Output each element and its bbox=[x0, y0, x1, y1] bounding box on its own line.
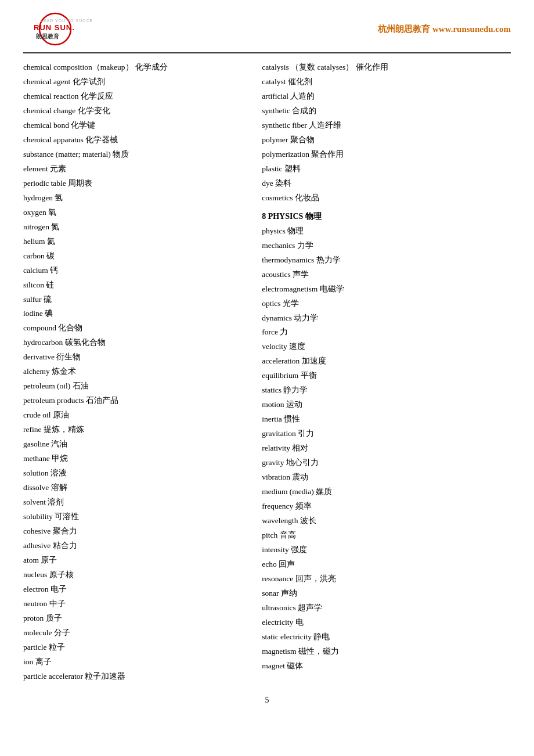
site-url: www.runsunedu.com bbox=[432, 24, 511, 34]
list-item: pitch 音高 bbox=[262, 528, 511, 543]
list-item: optics 光学 bbox=[262, 297, 511, 311]
right-column: catalysis （复数 catalyses） 催化作用catalyst 催化… bbox=[256, 60, 511, 684]
header-right: 杭州朗思教育 www.runsunedu.com bbox=[378, 24, 511, 35]
list-item: wavelength 波长 bbox=[262, 514, 511, 528]
list-item: chemical composition（makeup） 化学成分 bbox=[23, 60, 244, 75]
svg-text:朗思教育: 朗思教育 bbox=[36, 33, 60, 39]
page-number: 5 bbox=[23, 696, 511, 705]
list-item: calcium 钙 bbox=[23, 264, 244, 278]
list-item: ultrasonics 超声学 bbox=[262, 601, 511, 615]
list-item: dye 染料 bbox=[262, 177, 511, 191]
list-item: cosmetics 化妆品 bbox=[262, 191, 511, 206]
list-item: solvent 溶剂 bbox=[23, 495, 244, 510]
list-item: physics 物理 bbox=[262, 224, 511, 239]
list-item: ion 离子 bbox=[23, 655, 244, 669]
list-item: inertia 惯性 bbox=[262, 412, 511, 427]
list-item: refine 提炼，精炼 bbox=[23, 423, 244, 437]
list-item: gravity 地心引力 bbox=[262, 456, 511, 470]
list-item: atom 原子 bbox=[23, 553, 244, 568]
list-item: polymer 聚合物 bbox=[262, 133, 511, 147]
header: LEAD YOU TO SUCCESS RUN SUN. 朗思教育 杭州朗思教育… bbox=[23, 12, 511, 53]
list-item: equilibrium 平衡 bbox=[262, 369, 511, 383]
list-item: gasoline 汽油 bbox=[23, 437, 244, 452]
list-item: magnet 磁体 bbox=[262, 659, 511, 674]
list-item: carbon 碳 bbox=[23, 249, 244, 264]
list-item: mechanics 力学 bbox=[262, 239, 511, 253]
list-item: plastic 塑料 bbox=[262, 162, 511, 177]
list-item: compound 化合物 bbox=[23, 321, 244, 336]
list-item: hydrogen 氢 bbox=[23, 191, 244, 206]
list-item: chemical apparatus 化学器械 bbox=[23, 133, 244, 147]
list-item: silicon 硅 bbox=[23, 278, 244, 293]
list-item: relativity 相对 bbox=[262, 441, 511, 456]
list-item: synthetic fiber 人造纤维 bbox=[262, 118, 511, 133]
list-item: methane 甲烷 bbox=[23, 452, 244, 466]
list-item: derivative 衍生物 bbox=[23, 350, 244, 365]
list-item: chemical reaction 化学反应 bbox=[23, 89, 244, 104]
list-item: nitrogen 氮 bbox=[23, 220, 244, 235]
list-item: statics 静力学 bbox=[262, 383, 511, 398]
section-header-physics: 8 PHYSICS 物理 bbox=[262, 211, 511, 222]
list-item: static electricity 静电 bbox=[262, 630, 511, 645]
logo-icon: LEAD YOU TO SUCCESS RUN SUN. 朗思教育 bbox=[23, 12, 93, 46]
list-item: electromagnetism 电磁学 bbox=[262, 282, 511, 297]
list-item: particle 粒子 bbox=[23, 640, 244, 655]
list-item: artificial 人造的 bbox=[262, 89, 511, 104]
list-item: petroleum (oil) 石油 bbox=[23, 379, 244, 394]
list-item: alchemy 炼金术 bbox=[23, 365, 244, 379]
list-item: chemical change 化学变化 bbox=[23, 104, 244, 118]
list-item: catalysis （复数 catalyses） 催化作用 bbox=[262, 60, 511, 75]
list-item: element 元素 bbox=[23, 162, 244, 177]
list-item: sonar 声纳 bbox=[262, 586, 511, 601]
list-item: solubility 可溶性 bbox=[23, 510, 244, 524]
list-item: electricity 电 bbox=[262, 615, 511, 630]
list-item: dynamics 动力学 bbox=[262, 311, 511, 326]
list-item: velocity 速度 bbox=[262, 340, 511, 354]
list-item: hydrocarbon 碳氢化合物 bbox=[23, 336, 244, 350]
list-item: adhesive 粘合力 bbox=[23, 539, 244, 553]
list-item: dissolve 溶解 bbox=[23, 481, 244, 495]
main-content: chemical composition（makeup） 化学成分chemica… bbox=[23, 60, 511, 684]
svg-text:RUN SUN.: RUN SUN. bbox=[34, 23, 75, 32]
list-item: polymerization 聚合作用 bbox=[262, 147, 511, 162]
list-item: molecule 分子 bbox=[23, 626, 244, 640]
list-item: iodine 碘 bbox=[23, 307, 244, 321]
list-item: catalyst 催化剂 bbox=[262, 75, 511, 89]
list-item: acoustics 声学 bbox=[262, 268, 511, 282]
list-item: neutron 中子 bbox=[23, 597, 244, 611]
list-item: proton 质子 bbox=[23, 611, 244, 626]
list-item: force 力 bbox=[262, 325, 511, 340]
list-item: electron 电子 bbox=[23, 582, 244, 597]
list-item: chemical agent 化学试剂 bbox=[23, 75, 244, 89]
list-item: resonance 回声，洪亮 bbox=[262, 572, 511, 586]
list-item: motion 运动 bbox=[262, 398, 511, 412]
page: LEAD YOU TO SUCCESS RUN SUN. 朗思教育 杭州朗思教育… bbox=[0, 0, 534, 756]
list-item: medium (media) 媒质 bbox=[262, 485, 511, 499]
list-item: nucleus 原子核 bbox=[23, 568, 244, 582]
list-item: frequency 频率 bbox=[262, 499, 511, 514]
list-item: echo 回声 bbox=[262, 557, 511, 572]
list-item: sulfur 硫 bbox=[23, 293, 244, 307]
list-item: petroleum products 石油产品 bbox=[23, 394, 244, 408]
list-item: chemical bond 化学键 bbox=[23, 118, 244, 133]
list-item: particle accelerator 粒子加速器 bbox=[23, 669, 244, 684]
list-item: cohesive 聚合力 bbox=[23, 524, 244, 539]
list-item: helium 氦 bbox=[23, 235, 244, 249]
list-item: crude oil 原油 bbox=[23, 408, 244, 423]
list-item: periodic table 周期表 bbox=[23, 177, 244, 191]
list-item: vibration 震动 bbox=[262, 470, 511, 485]
left-column: chemical composition（makeup） 化学成分chemica… bbox=[23, 60, 256, 684]
list-item: acceleration 加速度 bbox=[262, 354, 511, 369]
list-item: intensity 强度 bbox=[262, 543, 511, 557]
list-item: gravitation 引力 bbox=[262, 427, 511, 441]
list-item: thermodynamics 热力学 bbox=[262, 253, 511, 268]
list-item: oxygen 氧 bbox=[23, 206, 244, 220]
svg-text:LEAD YOU TO SUCCESS: LEAD YOU TO SUCCESS bbox=[41, 19, 93, 23]
logo-area: LEAD YOU TO SUCCESS RUN SUN. 朗思教育 bbox=[23, 12, 93, 46]
list-item: synthetic 合成的 bbox=[262, 104, 511, 118]
list-item: magnetism 磁性，磁力 bbox=[262, 645, 511, 659]
list-item: substance (matter; material) 物质 bbox=[23, 147, 244, 162]
site-name: 杭州朗思教育 bbox=[378, 24, 430, 34]
list-item: solution 溶液 bbox=[23, 466, 244, 481]
